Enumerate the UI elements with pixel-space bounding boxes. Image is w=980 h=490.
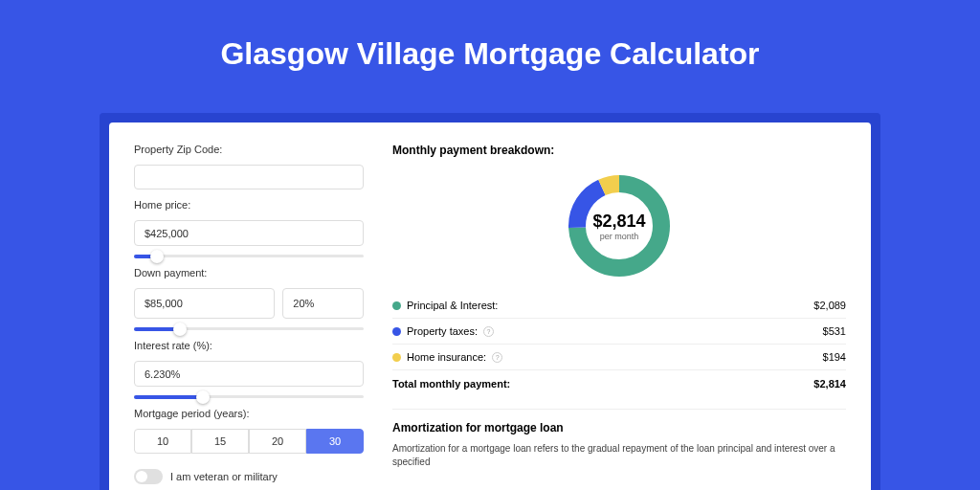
amortization-text: Amortization for a mortgage loan refers … xyxy=(392,442,846,469)
rate-input[interactable] xyxy=(134,361,364,386)
zip-input[interactable] xyxy=(134,165,364,189)
amortization-title: Amortization for mortgage loan xyxy=(392,421,846,434)
home-price-input[interactable] xyxy=(134,220,364,245)
veteran-toggle[interactable] xyxy=(134,469,163,484)
rate-slider[interactable] xyxy=(134,395,364,398)
breakdown-item-label: Property taxes: xyxy=(407,325,478,337)
zip-label: Property Zip Code: xyxy=(134,144,364,155)
total-value: $2,814 xyxy=(813,378,846,390)
calculator-frame: Property Zip Code: Home price: Down paym… xyxy=(100,113,880,490)
home-price-label: Home price: xyxy=(134,199,364,211)
help-icon[interactable]: ? xyxy=(483,326,494,337)
legend-dot xyxy=(392,301,401,310)
down-payment-row xyxy=(134,288,364,319)
period-button-10[interactable]: 10 xyxy=(134,429,191,454)
donut-period: per month xyxy=(600,232,639,241)
legend-dot xyxy=(392,353,401,362)
total-label: Total monthly payment: xyxy=(392,378,510,390)
help-icon[interactable]: ? xyxy=(492,352,502,363)
rate-label: Interest rate (%): xyxy=(134,340,364,351)
down-payment-input[interactable] xyxy=(134,288,275,319)
legend-dot xyxy=(392,327,401,336)
donut-chart: $2,814 per month xyxy=(392,165,846,293)
veteran-row: I am veteran or military xyxy=(134,469,364,484)
page: Glasgow Village Mortgage Calculator Prop… xyxy=(0,0,980,490)
breakdown-title: Monthly payment breakdown: xyxy=(392,144,846,157)
page-title: Glasgow Village Mortgage Calculator xyxy=(0,0,980,72)
inputs-column: Property Zip Code: Home price: Down paym… xyxy=(134,144,364,484)
down-payment-label: Down payment: xyxy=(134,267,364,278)
veteran-label: I am veteran or military xyxy=(170,471,278,482)
period-button-15[interactable]: 15 xyxy=(191,429,249,454)
total-row: Total monthly payment: $2,814 xyxy=(392,369,846,397)
breakdown-line: Principal & Interest:$2,089 xyxy=(392,293,846,318)
amortization-section: Amortization for mortgage loan Amortizat… xyxy=(392,409,846,469)
donut-value: $2,814 xyxy=(592,212,645,232)
breakdown-item-label: Home insurance: xyxy=(407,351,486,363)
donut-center: $2,814 per month xyxy=(564,170,675,281)
period-button-30[interactable]: 30 xyxy=(306,429,364,454)
calculator-card: Property Zip Code: Home price: Down paym… xyxy=(109,122,871,490)
breakdown-item-value: $194 xyxy=(823,351,846,363)
down-payment-pct-input[interactable] xyxy=(282,288,364,319)
breakdown-item-label: Principal & Interest: xyxy=(407,300,498,311)
breakdown-item-value: $531 xyxy=(823,325,846,337)
period-button-20[interactable]: 20 xyxy=(249,429,306,454)
home-price-slider[interactable] xyxy=(134,255,364,257)
period-label: Mortgage period (years): xyxy=(134,408,364,419)
breakdown-line: Home insurance:?$194 xyxy=(392,344,846,369)
breakdown-column: Monthly payment breakdown: $2,814 per mo… xyxy=(392,144,846,484)
breakdown-line: Property taxes:?$531 xyxy=(392,318,846,344)
period-buttons: 10152030 xyxy=(134,429,364,454)
down-payment-slider[interactable] xyxy=(134,327,364,330)
breakdown-item-value: $2,089 xyxy=(813,300,846,311)
breakdown-lines: Principal & Interest:$2,089Property taxe… xyxy=(392,293,846,369)
